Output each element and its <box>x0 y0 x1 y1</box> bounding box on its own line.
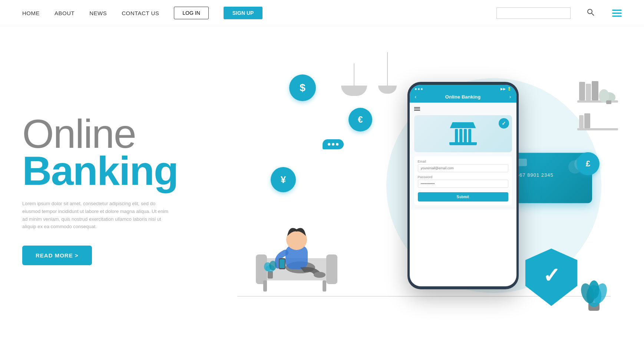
svg-point-31 <box>589 280 599 299</box>
read-more-button[interactable]: READ MORE > <box>22 246 92 265</box>
email-input[interactable] <box>418 164 508 172</box>
hero-title-banking: Banking <box>22 150 200 191</box>
person-couch-illustration <box>252 188 341 293</box>
svg-rect-8 <box>592 81 598 100</box>
bookshelf-decoration <box>577 71 622 146</box>
phone-nav-bar: ‹ Online Banking › <box>410 91 516 103</box>
password-input[interactable] <box>418 180 508 188</box>
plant-right <box>577 269 611 315</box>
security-shield: ✓ <box>525 249 577 308</box>
phone-body: ✓ Email Password Submit <box>410 103 516 210</box>
phone-app-title: Online Banking <box>445 94 480 100</box>
hero-left: Online Banking Lorem ipsum dolor sit ame… <box>22 106 200 265</box>
svg-line-1 <box>592 13 594 16</box>
svg-rect-5 <box>606 100 611 104</box>
search-input[interactable] <box>496 7 571 19</box>
svg-rect-15 <box>263 280 267 292</box>
phone-status-bar: ▶▶ 🔋 <box>410 85 516 91</box>
search-button[interactable] <box>587 9 594 18</box>
chat-bubble-icon <box>323 139 344 149</box>
check-circle-icon: ✓ <box>499 118 509 129</box>
nav-about[interactable]: ABOUT <box>55 10 75 16</box>
euro-icon: € <box>349 108 372 131</box>
shield-check-icon: ✓ <box>543 263 560 287</box>
lamp-decoration <box>341 63 397 96</box>
nav-contact[interactable]: CONTACT US <box>122 10 159 16</box>
hero-description: Lorem ipsum dolor sit amet, consectetur … <box>22 200 171 231</box>
submit-button[interactable]: Submit <box>418 192 508 202</box>
dollar-icon: $ <box>289 74 316 101</box>
svg-rect-10 <box>579 115 584 128</box>
phone-login-form: Email Password Submit <box>414 156 512 205</box>
hamburger-menu-button[interactable] <box>612 10 622 17</box>
svg-rect-16 <box>323 280 326 292</box>
navbar: HOME ABOUT NEWS CONTACT US LOG IN SIGN U… <box>0 0 644 26</box>
nav-news[interactable]: NEWS <box>89 10 107 16</box>
phone-menu-icon <box>414 107 512 111</box>
pound-icon: £ <box>577 152 600 175</box>
email-label: Email <box>418 160 508 163</box>
svg-rect-9 <box>577 128 618 130</box>
svg-point-0 <box>588 9 592 14</box>
svg-point-22 <box>314 272 326 278</box>
yen-icon: ¥ <box>271 167 296 192</box>
password-label: Password <box>418 175 508 179</box>
phone-mockup: ▶▶ 🔋 ‹ Online Banking › <box>407 82 519 289</box>
svg-point-26 <box>269 261 277 270</box>
hero-illustration: $ € ¥ £ <box>215 41 622 330</box>
svg-rect-21 <box>280 259 285 268</box>
bank-building-icon <box>449 122 477 145</box>
login-button[interactable]: LOG IN <box>174 7 208 19</box>
hamburger-icon <box>612 10 622 17</box>
svg-rect-14 <box>326 254 337 284</box>
svg-rect-6 <box>579 82 585 100</box>
signup-button[interactable]: SIGN UP <box>224 7 263 19</box>
phone-back-icon: ‹ <box>415 94 417 100</box>
main-content: Online Banking Lorem ipsum dolor sit ame… <box>0 26 644 345</box>
svg-rect-11 <box>584 113 590 128</box>
phone-bank-card: ✓ <box>414 115 512 152</box>
phone-forward-icon: › <box>509 94 511 100</box>
svg-rect-7 <box>586 84 591 100</box>
nav-home[interactable]: HOME <box>22 10 40 16</box>
